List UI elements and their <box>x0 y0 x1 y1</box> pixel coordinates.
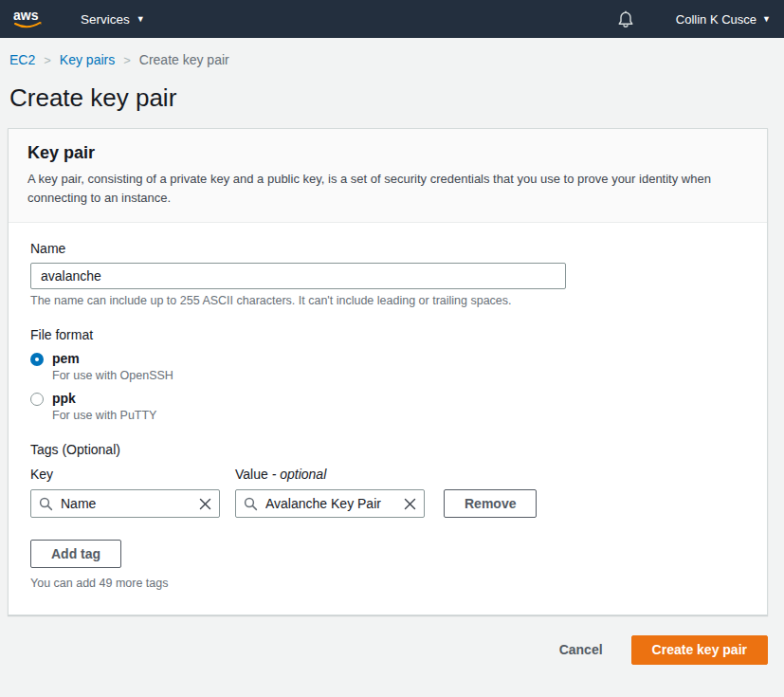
tag-row: Key <box>30 467 748 518</box>
search-icon <box>244 497 258 515</box>
file-format-label: File format <box>30 327 748 342</box>
user-name: Collin K Cusce <box>676 12 757 27</box>
breadcrumb-separator-icon: > <box>123 53 131 67</box>
breadcrumb-ec2[interactable]: EC2 <box>9 52 35 67</box>
radio-unselected-icon[interactable] <box>30 393 44 406</box>
tags-group: Tags (Optional) Key <box>30 442 748 590</box>
breadcrumb: EC2 > Key pairs > Create key pair <box>9 52 784 67</box>
card-title: Key pair <box>27 143 748 163</box>
name-field-helper: The name can include up to 255 ASCII cha… <box>30 294 748 307</box>
aws-logo-icon: aws <box>11 7 46 31</box>
key-pair-card: Key pair A key pair, consisting of a pri… <box>8 128 768 615</box>
pem-radio-description: For use with OpenSSH <box>52 369 748 382</box>
card-description: A key pair, consisting of a private key … <box>27 170 748 207</box>
user-account-menu[interactable]: Collin K Cusce ▼ <box>676 12 771 27</box>
name-field-group: Name The name can include up to 255 ASCI… <box>30 241 748 307</box>
pem-radio-row[interactable]: pem <box>30 351 748 367</box>
tag-value-input[interactable] <box>236 496 424 511</box>
chevron-down-icon: ▼ <box>762 15 771 24</box>
radio-option-pem: pem For use with OpenSSH <box>30 351 748 382</box>
add-tag-button[interactable]: Add tag <box>30 540 121 568</box>
card-body: Name The name can include up to 255 ASCI… <box>9 223 767 614</box>
breadcrumb-current-page: Create key pair <box>139 52 229 67</box>
name-input[interactable] <box>30 263 566 289</box>
radio-selected-icon[interactable] <box>30 353 44 366</box>
pem-radio-label: pem <box>52 351 80 367</box>
notifications-button[interactable] <box>617 10 634 28</box>
search-icon <box>39 497 53 515</box>
cancel-button[interactable]: Cancel <box>559 642 603 657</box>
tag-value-column: Value - optional <box>235 467 425 518</box>
tags-remaining-helper: You can add 49 more tags <box>30 577 748 590</box>
create-key-pair-button[interactable]: Create key pair <box>631 635 768 665</box>
card-header: Key pair A key pair, consisting of a pri… <box>9 129 767 223</box>
services-menu[interactable]: Services ▼ <box>81 12 145 27</box>
aws-logo[interactable]: aws <box>11 7 46 31</box>
services-menu-label: Services <box>81 12 130 27</box>
remove-tag-button[interactable]: Remove <box>444 489 537 518</box>
breadcrumb-key-pairs[interactable]: Key pairs <box>60 52 115 67</box>
tag-value-optional-label: - optional <box>272 467 327 482</box>
clear-icon[interactable] <box>198 497 212 515</box>
tag-value-input-wrapper <box>235 489 425 518</box>
tag-key-input[interactable] <box>31 496 219 511</box>
tag-key-input-wrapper <box>30 489 220 518</box>
svg-text:aws: aws <box>13 8 39 23</box>
page-title: Create key pair <box>9 83 784 113</box>
tag-key-label: Key <box>30 467 220 482</box>
bell-icon <box>617 10 634 28</box>
clear-icon[interactable] <box>403 497 417 515</box>
ppk-radio-description: For use with PuTTY <box>52 409 748 422</box>
file-format-group: File format pem For use with OpenSSH ppk… <box>30 327 748 422</box>
ppk-radio-row[interactable]: ppk <box>30 391 748 407</box>
chevron-down-icon: ▼ <box>137 15 145 24</box>
tags-label: Tags (Optional) <box>30 442 748 457</box>
top-navigation-bar: aws Services ▼ Collin K Cusce ▼ <box>0 0 784 38</box>
breadcrumb-separator-icon: > <box>44 53 51 67</box>
tag-key-column: Key <box>30 467 220 518</box>
ppk-radio-label: ppk <box>52 391 76 407</box>
name-field-label: Name <box>30 241 748 256</box>
footer-actions: Cancel Create key pair <box>8 635 768 665</box>
radio-option-ppk: ppk For use with PuTTY <box>30 391 748 422</box>
tag-value-label: Value - optional <box>235 467 425 482</box>
